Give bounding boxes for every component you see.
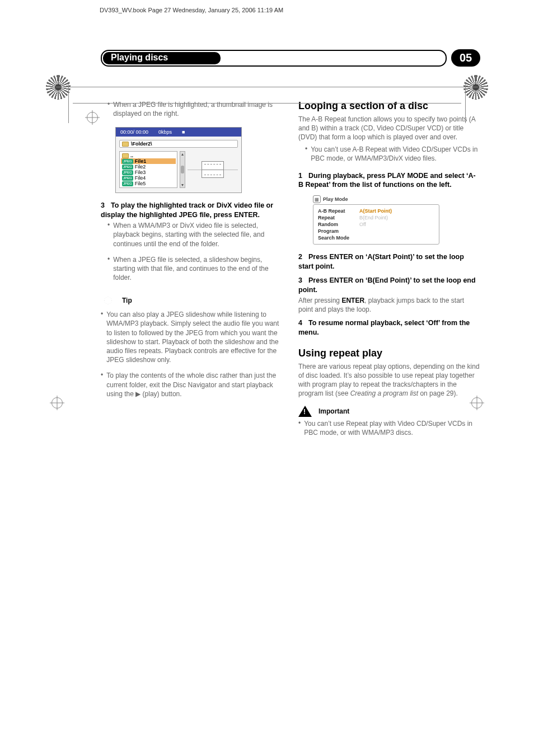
scroll-thumb[interactable] bbox=[181, 166, 184, 173]
list-item: JPEG File3 bbox=[121, 170, 176, 175]
pm-item: Random bbox=[318, 222, 349, 227]
filetype-chip: JPEG bbox=[122, 181, 133, 186]
crosshair-left bbox=[51, 397, 63, 408]
left-column: • When a JPEG file is highlighted, a thu… bbox=[101, 100, 283, 444]
section-number: 05 bbox=[451, 49, 480, 67]
loop-step4-text: To resume normal playback, select ‘Off’ … bbox=[298, 319, 470, 336]
loop-step2-text: Press ENTER on ‘A(Start Point)’ to set t… bbox=[298, 253, 464, 270]
repeat-heading: Using repeat play bbox=[298, 348, 480, 360]
loop-step-4: 4To resume normal playback, select ‘Off’… bbox=[298, 318, 480, 337]
tip-bullet1: You can also play a JPEG slideshow while… bbox=[106, 310, 283, 364]
disc-nav-path: \Folder2\ bbox=[119, 140, 238, 148]
repeat-desc-ital: Creating a program list bbox=[350, 389, 418, 397]
loop-note: You can’t use A-B Repeat with Video CD/S… bbox=[311, 145, 480, 163]
tip-header: Tip bbox=[101, 293, 283, 308]
play-icon: ▶ bbox=[135, 390, 140, 398]
list-item: JPEG File5 bbox=[121, 181, 176, 186]
play-mode-options: A(Start Point) B(End Point) Off bbox=[359, 208, 392, 241]
list-item: JPEG File4 bbox=[121, 175, 176, 181]
pm-opt: A(Start Point) bbox=[359, 208, 392, 214]
crop-header-text: DV393_WV.book Page 27 Wednesday, January… bbox=[100, 7, 283, 13]
list-item: JPEG File2 bbox=[121, 164, 176, 170]
file-name: File3 bbox=[135, 170, 146, 175]
preview-pane bbox=[188, 151, 238, 188]
folder-icon bbox=[122, 142, 129, 147]
crosshair-right bbox=[471, 397, 483, 408]
pm-item: Search Mode bbox=[318, 235, 349, 241]
play-mode-icon: ▦ bbox=[313, 195, 321, 203]
gear-icon bbox=[101, 293, 115, 308]
thumbnail-icon bbox=[202, 161, 224, 178]
disc-navigator-figure: 00:00/ 00:00 0kbps ■ \Folder2\ .. JPEG F… bbox=[115, 127, 242, 193]
looping-desc: The A-B Repeat function allows you to sp… bbox=[298, 115, 480, 142]
section-pill: Playing discs bbox=[101, 50, 447, 67]
warning-icon bbox=[298, 406, 312, 417]
step3-bullet2: When a JPEG file is selected, a slidesho… bbox=[113, 255, 283, 283]
file-name: File4 bbox=[135, 175, 146, 181]
stop-icon: ■ bbox=[182, 129, 185, 135]
step-3: 3To play the highlighted track or DivX v… bbox=[101, 201, 283, 220]
file-name: File5 bbox=[135, 181, 146, 186]
bullet-icon: • bbox=[107, 255, 110, 286]
scrollbar[interactable]: ▴ ▾ bbox=[180, 151, 185, 188]
repeat-desc: There are various repeat play options, d… bbox=[298, 362, 480, 398]
bullet-icon: • bbox=[305, 145, 307, 166]
file-name: File2 bbox=[135, 164, 146, 170]
play-mode-figure: ▦ Play Mode A-B Repeat Repeat Random Pro… bbox=[313, 195, 439, 245]
file-list: .. JPEG File1 JPEG File2 JPEG File3 bbox=[119, 151, 177, 188]
parent-dots: .. bbox=[130, 153, 133, 158]
pm-item: Repeat bbox=[318, 215, 349, 220]
step3-bullet1: When a WMA/MP3 or DivX video file is sel… bbox=[113, 221, 283, 248]
loop-step3-text: Press ENTER on ‘B(End Point)’ to set the… bbox=[298, 276, 476, 294]
bullet-icon: • bbox=[101, 310, 103, 368]
filetype-chip: JPEG bbox=[122, 165, 133, 169]
important-bullet: You can’t use Repeat play with Video CD/… bbox=[304, 419, 480, 437]
tip-b2-pre: To play the contents of the whole disc r… bbox=[106, 372, 276, 397]
list-item: .. bbox=[121, 153, 176, 158]
repeat-desc-post: on page 29). bbox=[418, 389, 458, 397]
enter-keyword: ENTER bbox=[341, 297, 364, 304]
rule-vr bbox=[465, 84, 466, 123]
disc-nav-time: 00:00/ 00:00 bbox=[120, 129, 148, 135]
rule-vl bbox=[68, 84, 69, 123]
section-title: Playing discs bbox=[103, 52, 221, 64]
tip-bullet2: To play the contents of the whole disc r… bbox=[106, 371, 283, 398]
crop-header: DV393_WV.book Page 27 Wednesday, January… bbox=[0, 0, 534, 18]
rule-top bbox=[56, 87, 478, 87]
scroll-down-icon[interactable]: ▾ bbox=[180, 182, 185, 187]
print-burst-tl bbox=[46, 75, 71, 100]
list-item: JPEG File1 bbox=[121, 158, 176, 164]
tip-label: Tip bbox=[122, 297, 132, 304]
step-3-text: To play the highlighted track or DivX vi… bbox=[101, 201, 273, 219]
disc-nav-path-text: \Folder2\ bbox=[131, 141, 152, 147]
looping-heading: Looping a section of a disc bbox=[298, 100, 480, 112]
right-column: Looping a section of a disc The A-B Repe… bbox=[298, 100, 480, 444]
pm-opt: B(End Point) bbox=[359, 215, 392, 220]
disc-nav-header: 00:00/ 00:00 0kbps ■ bbox=[116, 128, 241, 137]
loop-step-2: 2Press ENTER on ‘A(Start Point)’ to set … bbox=[298, 252, 480, 271]
play-mode-menu: A-B Repeat Repeat Random Program Search … bbox=[318, 208, 349, 241]
section-bar: Playing discs 05 bbox=[101, 49, 480, 67]
filetype-chip: JPEG bbox=[122, 176, 133, 180]
bullet-icon: • bbox=[107, 221, 110, 252]
loop-step-1: 1During playback, press PLAY MODE and se… bbox=[298, 171, 480, 190]
important-header: Important bbox=[298, 406, 480, 417]
pm-item: Program bbox=[318, 228, 349, 234]
loop-step1-text: During playback, press PLAY MODE and sel… bbox=[298, 172, 476, 189]
rule-header bbox=[73, 103, 461, 104]
pm-opt: Off bbox=[359, 222, 392, 227]
folder-icon bbox=[122, 153, 129, 158]
bullet-icon: • bbox=[298, 419, 301, 440]
disc-nav-bitrate: 0kbps bbox=[158, 129, 172, 135]
file-name: File1 bbox=[135, 158, 147, 164]
scroll-up-icon[interactable]: ▴ bbox=[180, 152, 185, 157]
print-burst-tr bbox=[463, 75, 488, 100]
s3-after-pre: After pressing bbox=[298, 297, 341, 304]
tip-b2-post: (play) button. bbox=[140, 390, 181, 398]
pm-item: A-B Repeat bbox=[318, 208, 349, 214]
crosshair-header bbox=[87, 112, 98, 123]
important-label: Important bbox=[318, 407, 349, 415]
filetype-chip: JPEG bbox=[122, 170, 133, 175]
bullet-icon: • bbox=[101, 371, 103, 402]
loop-step3-after: After pressing ENTER, playback jumps bac… bbox=[298, 296, 480, 314]
